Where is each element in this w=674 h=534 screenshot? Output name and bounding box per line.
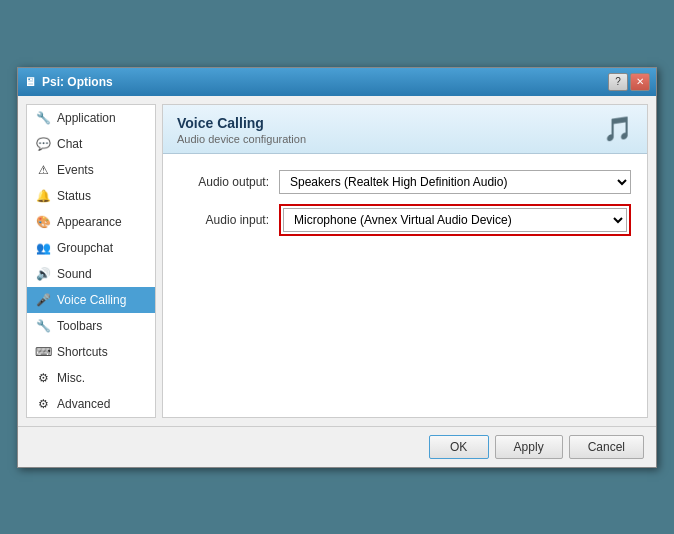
sidebar-item-label-voice-calling: Voice Calling xyxy=(57,293,126,307)
main-window: 🖥 Psi: Options ? ✕ 🔧Application💬Chat⚠Eve… xyxy=(17,67,657,468)
sidebar-item-label-sound: Sound xyxy=(57,267,92,281)
sidebar-item-label-toolbars: Toolbars xyxy=(57,319,102,333)
sidebar: 🔧Application💬Chat⚠Events🔔Status🎨Appearan… xyxy=(26,104,156,418)
sidebar-item-appearance[interactable]: 🎨Appearance xyxy=(27,209,155,235)
panel-logo: 🎵 xyxy=(603,115,633,143)
audio-input-label: Audio input: xyxy=(179,213,279,227)
title-bar-buttons: ? ✕ xyxy=(608,73,650,91)
panel-title: Voice Calling xyxy=(177,115,306,131)
sidebar-item-misc[interactable]: ⚙Misc. xyxy=(27,365,155,391)
appearance-icon: 🎨 xyxy=(35,214,51,230)
cancel-button[interactable]: Cancel xyxy=(569,435,644,459)
audio-output-label: Audio output: xyxy=(179,175,279,189)
status-icon: 🔔 xyxy=(35,188,51,204)
sidebar-item-label-misc: Misc. xyxy=(57,371,85,385)
audio-output-select[interactable]: Speakers (Realtek High Definition Audio) xyxy=(279,170,631,194)
application-icon: 🔧 xyxy=(35,110,51,126)
sidebar-item-label-shortcuts: Shortcuts xyxy=(57,345,108,359)
panel-header-text: Voice Calling Audio device configuration xyxy=(177,115,306,145)
apply-button[interactable]: Apply xyxy=(495,435,563,459)
sidebar-item-groupchat[interactable]: 👥Groupchat xyxy=(27,235,155,261)
audio-input-row: Audio input: Microphone (Avnex Virtual A… xyxy=(179,204,631,236)
sidebar-item-status[interactable]: 🔔Status xyxy=(27,183,155,209)
audio-output-row: Audio output: Speakers (Realtek High Def… xyxy=(179,170,631,194)
sidebar-item-chat[interactable]: 💬Chat xyxy=(27,131,155,157)
events-icon: ⚠ xyxy=(35,162,51,178)
window-title: Psi: Options xyxy=(42,75,113,89)
sidebar-item-label-advanced: Advanced xyxy=(57,397,110,411)
misc-icon: ⚙ xyxy=(35,370,51,386)
close-button[interactable]: ✕ xyxy=(630,73,650,91)
audio-input-control: Microphone (Avnex Virtual Audio Device) xyxy=(279,204,631,236)
sidebar-item-label-events: Events xyxy=(57,163,94,177)
panel-header: Voice Calling Audio device configuration… xyxy=(163,105,647,154)
sidebar-item-sound[interactable]: 🔊Sound xyxy=(27,261,155,287)
help-button[interactable]: ? xyxy=(608,73,628,91)
sidebar-item-toolbars[interactable]: 🔧Toolbars xyxy=(27,313,155,339)
sidebar-item-application[interactable]: 🔧Application xyxy=(27,105,155,131)
title-bar: 🖥 Psi: Options ? ✕ xyxy=(18,68,656,96)
window-icon: 🖥 xyxy=(24,75,36,89)
shortcuts-icon: ⌨ xyxy=(35,344,51,360)
sidebar-item-advanced[interactable]: ⚙Advanced xyxy=(27,391,155,417)
sidebar-item-voice-calling[interactable]: 🎤Voice Calling xyxy=(27,287,155,313)
sidebar-item-events[interactable]: ⚠Events xyxy=(27,157,155,183)
content-area: 🔧Application💬Chat⚠Events🔔Status🎨Appearan… xyxy=(18,96,656,426)
panel-content: Audio output: Speakers (Realtek High Def… xyxy=(163,154,647,417)
footer: OK Apply Cancel xyxy=(18,426,656,467)
groupchat-icon: 👥 xyxy=(35,240,51,256)
sidebar-item-shortcuts[interactable]: ⌨Shortcuts xyxy=(27,339,155,365)
sidebar-item-label-groupchat: Groupchat xyxy=(57,241,113,255)
sidebar-item-label-chat: Chat xyxy=(57,137,82,151)
audio-output-control: Speakers (Realtek High Definition Audio) xyxy=(279,170,631,194)
title-bar-left: 🖥 Psi: Options xyxy=(24,75,113,89)
chat-icon: 💬 xyxy=(35,136,51,152)
panel-subtitle: Audio device configuration xyxy=(177,133,306,145)
window-body: 🔧Application💬Chat⚠Events🔔Status🎨Appearan… xyxy=(18,96,656,467)
advanced-icon: ⚙ xyxy=(35,396,51,412)
main-panel: Voice Calling Audio device configuration… xyxy=(162,104,648,418)
toolbars-icon: 🔧 xyxy=(35,318,51,334)
sound-icon: 🔊 xyxy=(35,266,51,282)
voice-calling-icon: 🎤 xyxy=(35,292,51,308)
audio-input-select[interactable]: Microphone (Avnex Virtual Audio Device) xyxy=(283,208,627,232)
ok-button[interactable]: OK xyxy=(429,435,489,459)
sidebar-item-label-appearance: Appearance xyxy=(57,215,122,229)
sidebar-item-label-status: Status xyxy=(57,189,91,203)
sidebar-item-label-application: Application xyxy=(57,111,116,125)
